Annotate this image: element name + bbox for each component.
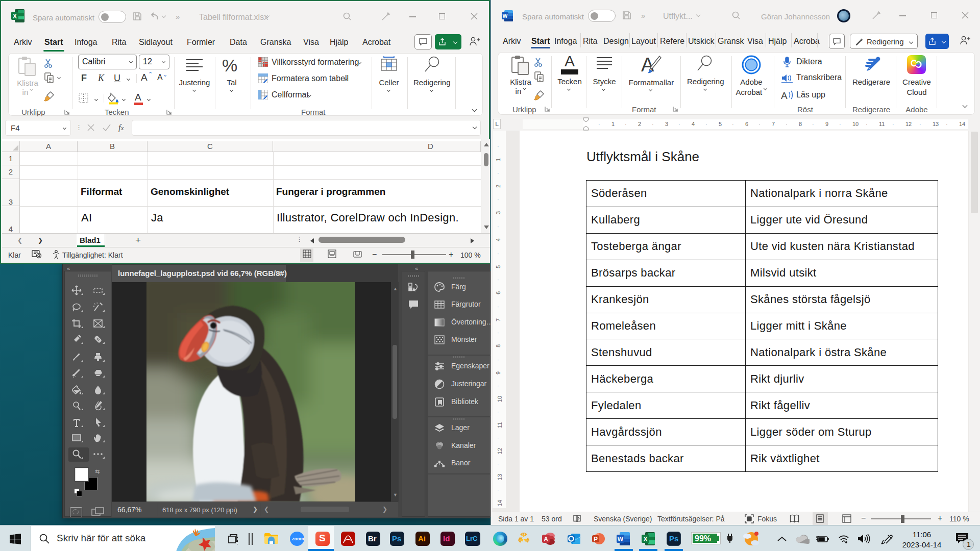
svg-text:X: X: [643, 536, 647, 543]
svg-text:A: A: [544, 536, 548, 543]
svg-text:P: P: [594, 536, 598, 543]
svg-text:W: W: [618, 536, 624, 543]
svg-text:A: A: [781, 90, 788, 101]
svg-text:X: X: [13, 13, 17, 20]
svg-text:W: W: [503, 13, 508, 19]
